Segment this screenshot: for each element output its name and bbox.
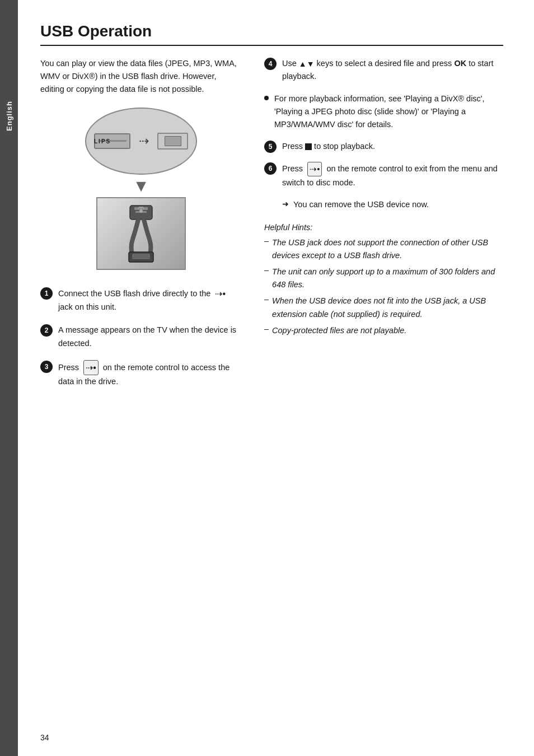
step-2-number: 2 [40, 324, 53, 337]
arrow-bullet-text: You can remove the USB device now. [293, 198, 429, 211]
stop-icon [305, 143, 312, 150]
hint-2: – The unit can only support up to a maxi… [264, 265, 503, 291]
triangle-keys-icon: ▲▼ [299, 59, 315, 68]
step-5-number: 5 [264, 141, 277, 153]
step-5: 5 Press to stop playback. [264, 140, 503, 153]
arrow-bullet-icon: ➜ [282, 199, 289, 208]
hint-1-dash: – [264, 236, 269, 245]
left-column: You can play or view the data files (JPE… [40, 57, 242, 399]
right-column: 4 Use ▲▼ keys to select a desired file a… [264, 57, 503, 399]
hint-2-text: The unit can only support up to a maximu… [272, 265, 503, 291]
usb-cable-illustration [96, 197, 186, 270]
step-1-number: 1 [40, 287, 53, 300]
step-4-text: Use ▲▼ keys to select a desired file and… [282, 57, 503, 83]
ok-label: OK [454, 59, 466, 68]
step-3-text: Press ⇢• on the remote control to access… [58, 360, 242, 389]
svg-rect-4 [132, 254, 150, 259]
content-columns: You can play or view the data files (JPE… [40, 57, 503, 399]
arrow-down-area: ▼ [133, 178, 149, 194]
hint-4: – Copy-protected files are not playable. [264, 324, 503, 337]
step-2-text: A message appears on the TV when the dev… [58, 324, 242, 349]
illustration-area: LIPS ⇢ [40, 108, 242, 270]
main-content: USB Operation You can play or view the d… [18, 0, 534, 756]
hint-1-text: The USB jack does not support the connec… [272, 236, 503, 262]
intro-text: You can play or view the data files (JPE… [40, 57, 242, 96]
arrow-bullet: ➜ You can remove the USB device now. [282, 198, 503, 211]
helpful-hints: Helpful Hints: – The USB jack does not s… [264, 223, 503, 337]
hint-4-text: Copy-protected files are not playable. [272, 324, 406, 337]
hint-3: – When the USB device does not fit into … [264, 295, 503, 320]
step-1: 1 Connect the USB flash drive directly t… [40, 287, 242, 314]
step-4-number: 4 [264, 58, 277, 70]
hint-3-dash: – [264, 295, 269, 304]
right-steps: 4 Use ▲▼ keys to select a desired file a… [264, 57, 503, 337]
step-4: 4 Use ▲▼ keys to select a desired file a… [264, 57, 503, 83]
sidebar-label: English [5, 101, 13, 131]
step-5-text: Press to stop playback. [282, 140, 503, 153]
step-2: 2 A message appears on the TV when the d… [40, 324, 242, 349]
step-1-text: Connect the USB flash drive directly to … [58, 287, 242, 314]
page-number: 34 [40, 733, 49, 742]
usb-port-box [157, 133, 188, 150]
bullet-playback: For more playback information, see 'Play… [264, 92, 503, 132]
lips-label: LIPS [94, 138, 111, 144]
bullet-text: For more playback information, see 'Play… [274, 92, 503, 132]
hints-title: Helpful Hints: [264, 223, 503, 232]
step-6-number: 6 [264, 162, 277, 175]
hint-3-text: When the USB device does not fit into th… [272, 295, 503, 320]
usb-port-inner [165, 136, 181, 146]
device-row: LIPS ⇢ [85, 108, 197, 175]
step-3: 3 Press ⇢• on the remote control to acce… [40, 360, 242, 389]
usb-arrow-icon: ⇢ [139, 134, 149, 148]
usb-icon-step3: ⇢• [83, 360, 99, 376]
usb-icon-step1: ⇢• [215, 287, 226, 301]
usb-cable-svg [102, 203, 180, 264]
page-title: USB Operation [40, 22, 503, 46]
svg-point-5 [139, 209, 143, 213]
step-3-number: 3 [40, 361, 53, 373]
step-6: 6 Press ⇢• on the remote control to exit… [264, 162, 503, 189]
hint-1: – The USB jack does not support the conn… [264, 236, 503, 262]
sidebar: English [0, 0, 18, 756]
step-6-text: Press ⇢• on the remote control to exit f… [282, 162, 503, 189]
arrow-down-icon: ▼ [133, 178, 149, 194]
bullet-dot [264, 96, 269, 100]
usb-icon-step6: ⇢• [307, 162, 322, 176]
hint-2-dash: – [264, 265, 269, 274]
philips-device: LIPS ⇢ [85, 108, 197, 175]
left-steps: 1 Connect the USB flash drive directly t… [40, 287, 242, 389]
hint-4-dash: – [264, 324, 269, 333]
